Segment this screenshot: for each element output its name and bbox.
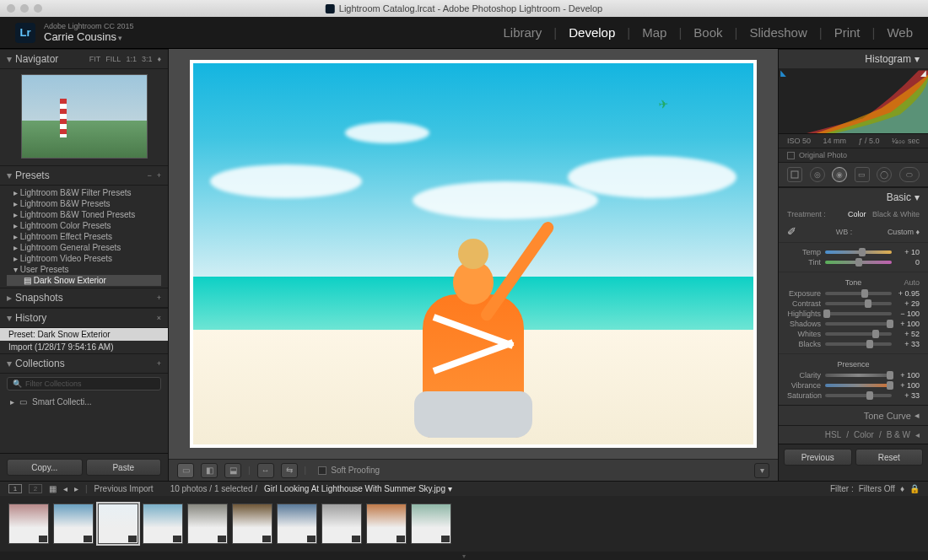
slider-saturation[interactable]: Saturation+ 33 [787,391,920,400]
filter-lock-icon[interactable]: 🔒 [909,484,920,493]
preset-group[interactable]: ▸ Lightroom B&W Toned Presets [7,209,161,220]
add-icon[interactable]: + [157,171,161,180]
slider-track[interactable] [825,374,892,377]
before-after-lr-button[interactable]: ◧ [201,463,218,478]
hsl-panel-header[interactable]: HSL/ Color/ B & W ◂ [779,425,928,444]
module-tab-web[interactable]: Web [887,25,913,40]
slider-highlights[interactable]: Highlights− 100 [787,310,920,318]
module-tab-slideshow[interactable]: Slideshow [749,25,807,40]
monitor-2-button[interactable]: 2 [29,484,42,493]
filmstrip[interactable] [0,496,928,552]
preset-group[interactable]: ▸ Lightroom General Presets [7,242,161,253]
photo-preview[interactable]: ✈ [190,60,757,448]
radial-filter-tool-icon[interactable]: ◯ [877,167,892,182]
filmstrip-thumb[interactable] [277,503,317,544]
preset-group[interactable]: ▾ User Presets [7,264,161,275]
module-tab-develop[interactable]: Develop [569,25,615,40]
slider-handle-icon[interactable] [866,340,873,348]
redeye-tool-icon[interactable]: ◉ [832,167,847,182]
add-icon[interactable]: + [157,359,161,368]
collections-header[interactable]: ▾Collections + [0,353,168,374]
nav-ratio-1[interactable]: 1:1 [126,55,137,63]
adjustment-brush-tool-icon[interactable]: ⬭ [899,167,920,182]
slider-value[interactable]: + 100 [896,371,920,380]
module-tab-map[interactable]: Map [642,25,666,40]
slider-handle-icon[interactable] [887,320,893,328]
slider-track[interactable] [825,322,892,326]
slider-blacks[interactable]: Blacks+ 33 [787,340,920,348]
slider-track[interactable] [825,302,892,305]
slider-track[interactable] [825,250,892,254]
nav-fit[interactable]: FIT [89,55,101,63]
slider-handle-icon[interactable] [872,330,879,338]
collections-filter-input[interactable]: 🔍 Filter Collections [7,377,161,390]
remove-icon[interactable]: − [147,171,151,180]
slider-value[interactable]: + 33 [896,340,920,348]
slider-clarity[interactable]: Clarity+ 100 [787,371,920,380]
minimize-icon[interactable] [20,4,29,13]
module-tab-library[interactable]: Library [503,25,542,40]
slider-value[interactable]: + 100 [896,320,920,328]
slider-track[interactable] [825,312,892,315]
nav-fill[interactable]: FILL [105,55,121,63]
zoom-icon[interactable] [34,4,42,13]
current-filename[interactable]: Girl Looking At Lighthouse With Summer S… [264,484,452,493]
slider-value[interactable]: − 100 [896,310,920,318]
slider-handle-icon[interactable] [887,371,893,380]
toolbar-menu-button[interactable]: ▾ [754,463,769,478]
nav-back-icon[interactable]: ◂ [63,484,67,493]
filmstrip-thumb[interactable] [143,503,183,544]
close-icon[interactable] [7,4,15,13]
slider-contrast[interactable]: Contrast+ 29 [787,299,920,308]
slider-track[interactable] [825,384,892,387]
identity-plate[interactable]: Lr Adobe Lightroom CC 2015 Carrie Cousin… [15,22,134,43]
filmstrip-thumb[interactable] [98,503,138,544]
slider-handle-icon[interactable] [865,299,871,308]
preset-item[interactable]: ▤ Dark Snow Exterior [7,275,161,286]
source-label[interactable]: Previous Import [94,484,154,493]
swap-ba-button[interactable]: ↔ [257,463,274,478]
slider-value[interactable]: + 33 [896,391,920,400]
slider-exposure[interactable]: Exposure+ 0.95 [787,289,920,298]
slider-track[interactable] [825,394,892,397]
history-header[interactable]: ▾History × [0,308,168,328]
history-entry[interactable]: Import (1/28/17 9:54:16 AM) [0,341,168,353]
filmstrip-thumb[interactable] [187,503,228,544]
treatment-color[interactable]: Color [848,210,866,218]
slider-handle-icon[interactable] [859,248,866,256]
slider-value[interactable]: + 52 [896,330,920,338]
snapshots-header[interactable]: ▸Snapshots + [0,288,168,308]
module-tab-print[interactable]: Print [834,25,861,40]
color-tab[interactable]: Color [854,430,874,439]
slider-vibrance[interactable]: Vibrance+ 100 [787,381,920,390]
previous-button[interactable]: Previous [784,449,852,466]
navigator-header[interactable]: ▾Navigator FIT FILL 1:1 3:1 ♦ [0,49,168,69]
wb-mode-dropdown[interactable]: Custom ♦ [888,228,920,236]
hsl-tab[interactable]: HSL [825,430,841,439]
nav-fwd-icon[interactable]: ▸ [74,484,78,493]
slider-handle-icon[interactable] [855,258,862,267]
filmstrip-thumb[interactable] [321,503,362,544]
filmstrip-thumb[interactable] [8,503,49,544]
slider-shadows[interactable]: Shadows+ 100 [787,320,920,328]
grid-view-icon[interactable]: ▦ [49,484,57,493]
slider-whites[interactable]: Whites+ 52 [787,330,920,338]
tone-curve-panel-header[interactable]: Tone Curve ◂ [779,405,928,425]
slider-handle-icon[interactable] [823,310,830,318]
slider-handle-icon[interactable] [887,381,893,390]
slider-value[interactable]: + 0.95 [896,289,920,298]
treatment-bw[interactable]: Black & White [872,210,920,218]
filmstrip-grip-icon[interactable]: ▾ [0,552,928,560]
preset-group[interactable]: ▸ Lightroom Effect Presets [7,231,161,242]
slider-tint[interactable]: Tint0 [787,258,920,267]
preset-group[interactable]: ▸ Lightroom B&W Presets [7,198,161,209]
filmstrip-thumb[interactable] [411,503,451,544]
reset-button[interactable]: Reset [855,449,924,466]
crop-tool-icon[interactable] [787,167,802,182]
slider-handle-icon[interactable] [866,391,873,400]
navigator-preview[interactable] [21,74,148,159]
slider-value[interactable]: + 100 [896,381,920,390]
nav-ratio-2[interactable]: 3:1 [142,55,153,63]
histogram-display[interactable] [779,68,928,134]
preset-group[interactable]: ▸ Lightroom B&W Filter Presets [7,187,161,198]
